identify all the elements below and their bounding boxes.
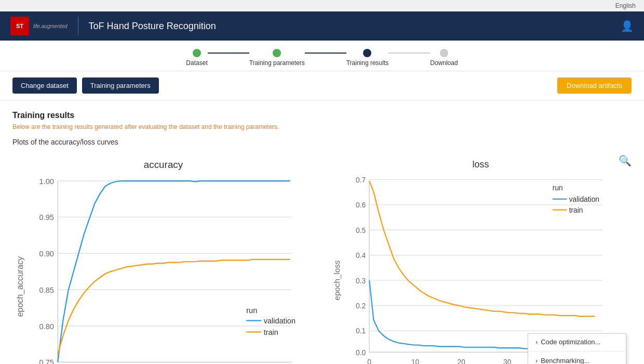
app-title: ToF Hand Posture Recognition — [89, 21, 610, 32]
step-dot-training-params — [273, 49, 281, 57]
step-download[interactable]: Download — [430, 49, 458, 67]
logo-text: ST — [16, 23, 23, 29]
step-label-training-results: Training results — [346, 59, 389, 67]
svg-text:0.4: 0.4 — [356, 251, 366, 259]
language-label: English — [615, 2, 636, 9]
context-menu-arrow-2: › — [535, 357, 538, 364]
plots-title: Plots of the accuracy/loss curves — [12, 138, 632, 146]
desc-link: training results — [52, 123, 93, 131]
main-content: Training results Below are the training … — [0, 100, 644, 364]
context-menu-arrow-1: › — [535, 338, 538, 346]
steps-bar: Dataset Training parameters Training res… — [0, 41, 644, 71]
step-training-results[interactable]: Training results — [346, 49, 389, 67]
charts-area: 🔍 accuracy epoch_accuracy 1.00 0.95 0.90 — [12, 154, 632, 364]
step-dataset[interactable]: Dataset — [186, 49, 207, 67]
action-bar-left: Change dataset Training parameters — [12, 77, 159, 94]
svg-text:0.80: 0.80 — [39, 322, 54, 331]
loss-svg: loss epoch_loss 0.7 0.6 0.5 0.4 0.3 0.2 — [330, 154, 632, 364]
action-bar: Change dataset Training parameters Downl… — [0, 71, 644, 100]
step-connector-1 — [208, 53, 249, 54]
svg-text:train: train — [264, 328, 278, 336]
svg-text:run: run — [246, 306, 257, 315]
svg-text:10: 10 — [411, 358, 420, 364]
step-training-params[interactable]: Training parameters — [249, 49, 305, 67]
step-connector-2 — [305, 53, 346, 54]
header: ST life.augmented ToF Hand Posture Recog… — [0, 11, 644, 41]
svg-text:run: run — [553, 184, 563, 192]
training-parameters-button[interactable]: Training parameters — [82, 77, 159, 94]
context-menu-separator — [528, 351, 626, 352]
context-menu-label-code-optimization: Code optimization... — [541, 338, 600, 346]
svg-text:0.95: 0.95 — [39, 213, 54, 222]
logo-subtitle: life.augmented — [33, 23, 68, 29]
step-label-training-params: Training parameters — [249, 59, 305, 67]
top-bar: English — [0, 0, 644, 11]
step-connector-3 — [388, 53, 430, 54]
svg-text:train: train — [569, 206, 583, 214]
svg-text:0.0: 0.0 — [356, 348, 366, 357]
context-menu-item-benchmarking[interactable]: › Benchmarking... — [528, 353, 626, 364]
svg-text:0.75: 0.75 — [39, 358, 54, 364]
svg-text:30: 30 — [503, 358, 512, 364]
context-menu-item-code-optimization[interactable]: › Code optimization... — [528, 334, 626, 350]
step-dot-download — [440, 49, 448, 57]
step-label-dataset: Dataset — [186, 59, 207, 67]
step-label-download: Download — [430, 59, 458, 67]
desc-suffix: generated after evaluating the dataset a… — [93, 123, 279, 131]
section-description: Below are the training results generated… — [12, 123, 632, 131]
svg-text:1.00: 1.00 — [39, 177, 54, 186]
svg-text:0.3: 0.3 — [356, 277, 366, 285]
context-menu-label-benchmarking: Benchmarking... — [541, 357, 589, 364]
svg-text:epoch_loss: epoch_loss — [332, 260, 341, 300]
svg-text:0: 0 — [367, 358, 371, 364]
svg-text:0.90: 0.90 — [39, 250, 54, 258]
loss-chart: loss epoch_loss 0.7 0.6 0.5 0.4 0.3 0.2 — [330, 154, 632, 364]
svg-text:epoch_accuracy: epoch_accuracy — [16, 256, 25, 317]
svg-text:0.2: 0.2 — [356, 302, 366, 310]
step-dot-training-results — [363, 49, 371, 57]
svg-text:validation: validation — [569, 195, 599, 203]
download-artifacts-button[interactable]: Download artifacts — [557, 77, 632, 94]
step-dot-dataset — [193, 49, 201, 57]
change-dataset-button[interactable]: Change dataset — [12, 77, 77, 94]
svg-text:accuracy: accuracy — [144, 159, 183, 170]
accuracy-chart: accuracy epoch_accuracy 1.00 0.95 0.90 0… — [12, 154, 314, 364]
svg-text:0.85: 0.85 — [39, 286, 54, 294]
charts-row: accuracy epoch_accuracy 1.00 0.95 0.90 0… — [12, 154, 632, 364]
svg-text:0.6: 0.6 — [356, 201, 366, 209]
header-divider — [78, 17, 78, 35]
desc-prefix: Below are the — [12, 123, 52, 131]
accuracy-svg: accuracy epoch_accuracy 1.00 0.95 0.90 0… — [12, 154, 314, 364]
svg-text:loss: loss — [473, 159, 489, 170]
logo-area: ST life.augmented — [10, 17, 68, 35]
svg-text:0.7: 0.7 — [356, 176, 366, 184]
section-title: Training results — [12, 111, 632, 120]
context-menu: › Code optimization... › Benchmarking... — [528, 333, 626, 364]
svg-text:0.1: 0.1 — [356, 327, 366, 335]
logo-box: ST — [10, 17, 29, 35]
svg-text:validation: validation — [264, 317, 296, 325]
user-icon[interactable]: 👤 — [621, 20, 634, 32]
svg-text:0.5: 0.5 — [356, 226, 366, 235]
svg-text:20: 20 — [457, 358, 465, 364]
